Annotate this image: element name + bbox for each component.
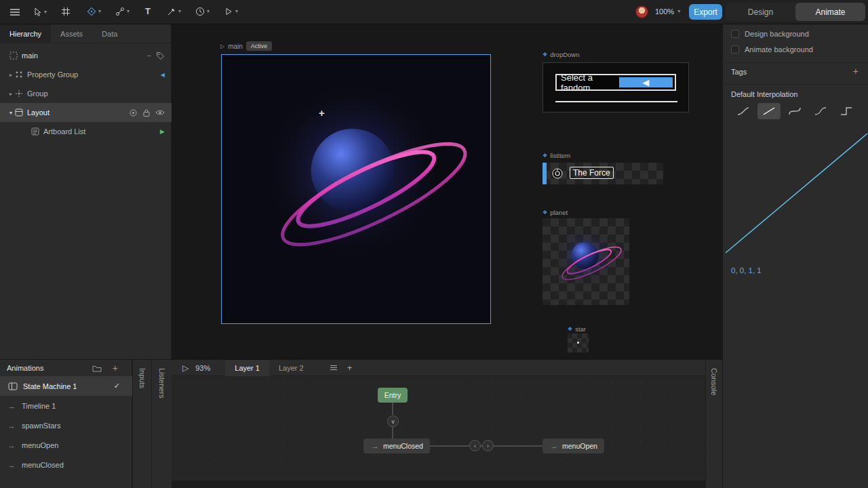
component-icon: ❖ — [542, 152, 547, 159]
play-artboard-icon[interactable]: ▷ — [220, 43, 224, 49]
bone-tool-button[interactable]: ▾ — [115, 7, 130, 16]
interpolation-curve-editor[interactable] — [723, 125, 868, 268]
animate-mode-button[interactable]: Animate — [795, 3, 865, 21]
planet-component[interactable] — [542, 218, 629, 305]
graph-zoom-value[interactable]: 93% — [195, 364, 210, 372]
hierarchy-row-label: Layout — [27, 108, 50, 117]
play-button[interactable]: ▷ — [182, 363, 189, 373]
checkbox[interactable] — [731, 45, 739, 54]
collapse-icon[interactable]: − — [147, 52, 151, 60]
trigger-tool-button[interactable]: ▾ — [224, 7, 238, 16]
text-tool-button[interactable]: T — [145, 6, 151, 16]
state-machine-icon — [8, 382, 18, 390]
chevron-down-icon[interactable]: ▾ — [7, 110, 15, 116]
interpolation-hold-button[interactable] — [835, 103, 858, 119]
transform-tool-button[interactable]: ▾ — [87, 7, 101, 16]
hierarchy-row-label: Property Group — [27, 70, 78, 79]
listitem-component[interactable]: The Force — [542, 163, 663, 184]
hamburger-menu-icon[interactable] — [9, 8, 20, 16]
listitem-text[interactable]: The Force — [570, 167, 614, 179]
add-tag-icon[interactable]: + — [853, 66, 859, 77]
solo-icon[interactable] — [129, 108, 138, 117]
hierarchy-row-group[interactable]: ▸ Group — [0, 84, 172, 103]
design-background-option[interactable]: Design background — [731, 30, 809, 38]
transition-left-port[interactable]: ‹ — [469, 440, 481, 451]
animation-item-menuclosed[interactable]: → menuClosed — [0, 455, 132, 474]
tab-data[interactable]: Data — [92, 24, 127, 43]
divider — [723, 84, 868, 85]
layout-icon — [15, 108, 23, 117]
animation-item-spawnstars[interactable]: → spawnStars — [0, 415, 132, 435]
chevron-right-icon[interactable]: ▸ — [7, 72, 15, 78]
component-icon: ❖ — [542, 52, 547, 58]
chevron-down-icon[interactable]: ▾ — [207, 9, 210, 14]
chevron-down-icon[interactable]: ▾ — [235, 9, 238, 14]
design-mode-button[interactable]: Design — [726, 3, 795, 21]
eye-icon[interactable] — [155, 109, 165, 116]
planet-graphic — [542, 218, 629, 305]
knife-tool-button[interactable]: ▾ — [167, 7, 181, 16]
play-nested-artboard-icon[interactable]: ▶ — [160, 128, 165, 135]
tab-layer-1[interactable]: Layer 1 — [225, 360, 269, 376]
interpolation-elastic-button[interactable] — [809, 103, 832, 119]
animation-item-label: State Machine 1 — [23, 382, 77, 390]
artboard-name[interactable]: main — [228, 43, 243, 50]
folder-icon[interactable] — [92, 365, 102, 372]
dropdown-component[interactable]: Select a fandom ◀ — [542, 62, 689, 113]
chevron-down-icon[interactable]: ▾ — [178, 9, 181, 14]
artboard-tool-button[interactable] — [61, 7, 71, 16]
tag-icon[interactable] — [156, 52, 165, 60]
scroll-to-icon[interactable]: ◀ — [161, 72, 165, 78]
hierarchy-row-artboard-list[interactable]: Artboard List ▶ — [0, 122, 172, 141]
planet-component-label[interactable]: ❖ planet — [542, 209, 568, 216]
artboard-title-row[interactable]: ▷ main Active — [220, 41, 272, 51]
state-machine-panel[interactable]: ▷ 93% Layer 1 Layer 2 + Entry ∨ → menuCl… — [172, 359, 705, 488]
tab-console[interactable]: Console — [705, 359, 722, 488]
star-component[interactable] — [568, 333, 589, 352]
animation-item-state-machine[interactable]: State Machine 1 ✓ — [0, 376, 132, 396]
tab-hierarchy[interactable]: Hierarchy — [0, 24, 51, 43]
horizontal-scrollbar[interactable] — [172, 481, 705, 488]
transition-right-port[interactable]: › — [482, 440, 494, 451]
main-artboard[interactable] — [221, 54, 491, 324]
tab-inputs[interactable]: Inputs — [132, 359, 151, 488]
wire — [392, 403, 393, 415]
menuopen-state-node[interactable]: → menuOpen — [542, 439, 604, 453]
animation-item-menuopen[interactable]: → menuOpen — [0, 435, 132, 455]
hierarchy-row-layout[interactable]: ▾ Layout — [0, 103, 172, 122]
add-animation-icon[interactable]: + — [113, 363, 118, 373]
add-layer-icon[interactable]: + — [347, 363, 353, 373]
select-tool-button[interactable]: ▾ — [33, 7, 47, 17]
transition-condition-port[interactable]: ∨ — [387, 415, 399, 427]
timer-tool-button[interactable]: ▾ — [195, 7, 210, 16]
hierarchy-row-main[interactable]: main − — [0, 46, 172, 65]
animation-item-timeline[interactable]: → Timeline 1 — [0, 396, 132, 415]
animate-background-option[interactable]: Animate background — [731, 45, 813, 54]
layer-list-icon[interactable] — [330, 365, 338, 371]
hierarchy-row-property-group[interactable]: ▸ Property Group ◀ — [0, 65, 172, 84]
dropdown-component-label[interactable]: ❖ dropDown — [542, 51, 579, 58]
entry-node[interactable]: Entry — [378, 388, 408, 403]
tab-assets[interactable]: Assets — [51, 24, 92, 43]
zoom-control[interactable]: 100% ▾ — [655, 7, 680, 16]
chevron-right-icon[interactable]: ▸ — [7, 91, 15, 97]
stage-canvas[interactable]: ▷ main Active + ❖ dropDown Select a fand… — [172, 24, 722, 359]
interpolation-section-title: Default Interpolation — [731, 90, 797, 98]
tab-layer-2[interactable]: Layer 2 — [269, 360, 313, 376]
user-avatar[interactable] — [635, 5, 648, 18]
interpolation-cubic-button[interactable] — [783, 103, 806, 119]
interpolation-linear-button[interactable] — [757, 103, 781, 119]
chevron-down-icon[interactable]: ▾ — [98, 9, 101, 14]
chevron-down-icon[interactable]: ▾ — [44, 9, 47, 15]
dropdown-arrow-button[interactable]: ◀ — [619, 77, 673, 87]
dropdown-input[interactable]: Select a fandom ◀ — [555, 74, 676, 91]
interpolation-ease-button[interactable] — [732, 103, 755, 119]
star-component-label[interactable]: ❖ star — [568, 325, 586, 333]
tab-listeners[interactable]: Listeners — [151, 359, 172, 488]
lock-icon[interactable] — [142, 108, 151, 117]
export-button[interactable]: Export — [689, 4, 722, 20]
menuclosed-state-node[interactable]: → menuClosed — [363, 439, 430, 453]
chevron-down-icon[interactable]: ▾ — [127, 9, 130, 14]
listitem-component-label[interactable]: ❖ listItem — [542, 152, 570, 159]
checkbox[interactable] — [731, 30, 739, 38]
